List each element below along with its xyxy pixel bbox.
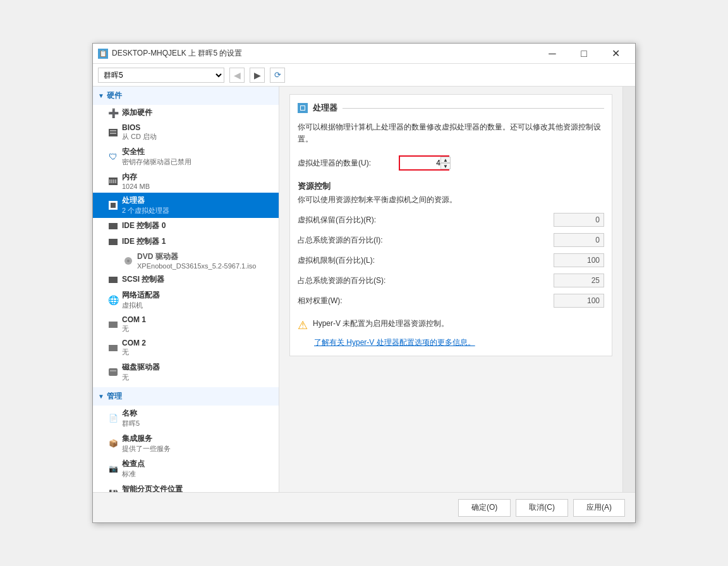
- scsi-content: SCSI 控制器: [122, 274, 164, 285]
- title-controls: ─ □ ✕: [538, 44, 630, 64]
- management-section-label: 管理: [107, 391, 122, 402]
- name-content: 名称 群晖5: [122, 408, 140, 428]
- checkpoint-icon: 📷: [108, 464, 118, 474]
- section-divider: [343, 108, 604, 109]
- checkpoint-label: 检查点: [122, 459, 145, 469]
- resource-control-desc: 你可以使用资源控制来平衡虚拟机之间的资源。: [298, 195, 604, 205]
- spin-buttons: ▲ ▼: [440, 157, 451, 169]
- svg-rect-22: [301, 106, 305, 110]
- svg-rect-5: [111, 179, 112, 183]
- disk-icon: [108, 367, 118, 377]
- sidebar-item-add-hardware[interactable]: ➕ 添加硬件: [93, 105, 279, 121]
- sidebar-item-smartpaging[interactable]: 💾 智能分页文件位置 d:\Hyper-V\群晖5: [93, 481, 279, 492]
- svg-rect-15: [109, 277, 118, 283]
- next-button[interactable]: ▶: [250, 68, 265, 83]
- prev-button[interactable]: ◀: [229, 68, 245, 83]
- ide0-label: IDE 控制器 0: [122, 220, 166, 231]
- sidebar-item-ide0[interactable]: IDE 控制器 0: [93, 218, 279, 234]
- disk-label: 磁盘驱动器: [122, 362, 160, 373]
- toolbar: 群晖5 ◀ ▶ ⟳: [93, 64, 635, 87]
- dvd-sublabel: XPEnoboot_DS3615xs_5.2-5967.1.iso: [137, 262, 256, 270]
- com1-content: COM 1 无: [122, 315, 146, 334]
- sidebar-item-checkpoint[interactable]: 📷 检查点 标准: [93, 456, 279, 481]
- warning-icon: ⚠: [298, 318, 308, 332]
- memory-icon: [108, 176, 118, 186]
- vm-limit-label: 虚拟机限制(百分比)(L):: [298, 255, 375, 266]
- sidebar-item-com2[interactable]: COM 2 无: [93, 336, 279, 359]
- integration-label: 集成服务: [122, 433, 171, 444]
- bios-content: BIOS 从 CD 启动: [122, 123, 157, 142]
- management-section-header[interactable]: ▼ 管理: [93, 387, 279, 406]
- svg-rect-7: [115, 179, 116, 183]
- virtual-proc-input[interactable]: [403, 157, 440, 169]
- processor-description: 你可以根据物理计算机上处理器的数量修改虚拟处理器的数量。还可以修改其他资源控制设…: [298, 121, 604, 145]
- content-area: ▼ 硬件 ➕ 添加硬件 BIOS 从 CD 启动 🛡: [93, 87, 635, 492]
- relative-weight-row: 相对权重(W): 100: [298, 294, 604, 308]
- sidebar-item-bios[interactable]: BIOS 从 CD 启动: [93, 121, 279, 144]
- action-button[interactable]: ⟳: [270, 68, 285, 83]
- sidebar-item-name[interactable]: 📄 名称 群晖5: [93, 406, 279, 431]
- spin-down-button[interactable]: ▼: [440, 163, 451, 169]
- total-reserve-value: 0: [554, 233, 604, 247]
- sidebar-item-memory[interactable]: 内存 1024 MB: [93, 169, 279, 193]
- svg-rect-2: [110, 133, 116, 134]
- svg-rect-18: [109, 368, 118, 376]
- section-title: 处理器: [313, 102, 337, 114]
- virtual-proc-input-box: ▲ ▼: [399, 155, 449, 171]
- vm-reserve-row: 虚拟机保留(百分比)(R): 0: [298, 213, 604, 227]
- hardware-section-header[interactable]: ▼ 硬件: [93, 87, 279, 105]
- ok-button[interactable]: 确定(O): [458, 499, 511, 517]
- scsi-label: SCSI 控制器: [122, 274, 164, 285]
- ide0-icon: [108, 221, 118, 231]
- warning-row: ⚠ Hyper-V 未配置为启用处理器资源控制。: [298, 318, 604, 332]
- memory-label: 内存: [122, 172, 150, 183]
- warning-content: Hyper-V 未配置为启用处理器资源控制。: [313, 318, 449, 329]
- com2-icon: [108, 343, 118, 353]
- vm-selector[interactable]: 群晖5: [98, 68, 224, 83]
- svg-rect-10: [111, 203, 116, 208]
- com2-content: COM 2 无: [122, 339, 146, 357]
- total-reserve-row: 占总系统资源的百分比(I): 0: [298, 233, 604, 247]
- resource-control-title: 资源控制: [298, 181, 604, 192]
- com2-label: COM 2: [122, 339, 146, 347]
- ide1-icon: [108, 237, 118, 247]
- minimize-button[interactable]: ─: [538, 44, 567, 64]
- sidebar-item-scsi[interactable]: SCSI 控制器: [93, 272, 279, 287]
- resource-control-section: 资源控制 你可以使用资源控制来平衡虚拟机之间的资源。 虚拟机保留(百分比)(R)…: [298, 181, 604, 308]
- dvd-icon: [123, 256, 133, 266]
- window-icon: 📋: [98, 49, 108, 59]
- cancel-button[interactable]: 取消(C): [516, 499, 568, 517]
- name-icon: 📄: [108, 413, 118, 423]
- processor-section: 处理器 你可以根据物理计算机上处理器的数量修改虚拟处理器的数量。还可以修改其他资…: [289, 94, 612, 356]
- main-window: 📋 DESKTOP-MHQJELK 上 群晖5 的设置 ─ □ ✕ 群晖5 ◀ …: [92, 43, 636, 523]
- sidebar-item-dvd[interactable]: DVD 驱动器 XPEnoboot_DS3615xs_5.2-5967.1.is…: [93, 250, 279, 272]
- com1-icon: [108, 320, 118, 330]
- disk-content: 磁盘驱动器 无: [122, 362, 160, 382]
- apply-button[interactable]: 应用(A): [573, 499, 625, 517]
- ide1-label: IDE 控制器 1: [122, 236, 166, 247]
- close-button[interactable]: ✕: [601, 44, 630, 64]
- com1-sublabel: 无: [122, 324, 146, 334]
- maximize-button[interactable]: □: [569, 44, 598, 64]
- vm-limit-row: 虚拟机限制(百分比)(L): 100: [298, 253, 604, 267]
- sidebar-item-processor[interactable]: 处理器 2 个虚拟处理器: [93, 193, 279, 218]
- memory-sublabel: 1024 MB: [122, 183, 150, 190]
- virtual-proc-label: 虚拟处理器的数量(U):: [298, 158, 399, 169]
- total-reserve-label: 占总系统资源的百分比(I):: [298, 235, 383, 246]
- sidebar-item-disk[interactable]: 磁盘驱动器 无: [93, 359, 279, 385]
- sidebar-item-network[interactable]: 🌐 网络适配器 虚拟机: [93, 287, 279, 313]
- sidebar-item-com1[interactable]: COM 1 无: [93, 313, 279, 336]
- spin-up-button[interactable]: ▲: [440, 157, 451, 163]
- sidebar-item-security[interactable]: 🛡 安全性 密钥存储驱动器已禁用: [93, 144, 279, 169]
- processor-icon: [108, 200, 118, 210]
- ide0-content: IDE 控制器 0: [122, 220, 166, 231]
- dvd-label: DVD 驱动器: [137, 251, 256, 262]
- hyperv-link[interactable]: 了解有关 Hyper-V 处理器配置选项的更多信息。: [314, 338, 475, 347]
- sidebar-item-integration[interactable]: 📦 集成服务 提供了一些服务: [93, 431, 279, 456]
- sidebar-item-ide1[interactable]: IDE 控制器 1: [93, 234, 279, 250]
- svg-rect-1: [110, 130, 116, 131]
- security-sublabel: 密钥存储驱动器已禁用: [122, 157, 191, 167]
- vm-reserve-label: 虚拟机保留(百分比)(R):: [298, 215, 376, 226]
- relative-weight-value: 100: [554, 294, 604, 308]
- mgmt-arrow-icon: ▼: [98, 393, 104, 400]
